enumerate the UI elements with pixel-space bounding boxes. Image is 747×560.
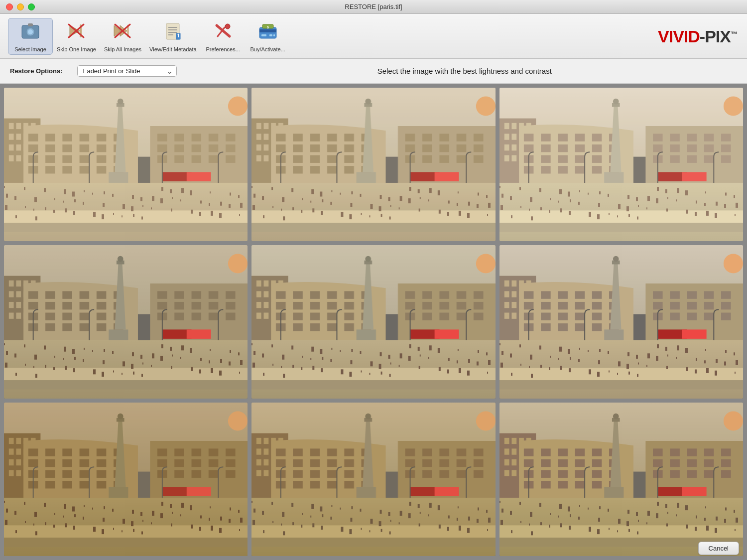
toolbar-item-preferences[interactable]: Preferences... <box>201 18 246 54</box>
svg-rect-24 <box>259 27 276 38</box>
toolbar-item-metadata[interactable]: View/Edit Metadata <box>145 18 201 54</box>
image-canvas-4 <box>4 245 248 399</box>
svg-text:$: $ <box>267 25 269 29</box>
image-cell-5[interactable] <box>251 245 495 399</box>
image-canvas-6 <box>499 245 743 399</box>
buy-label: Buy/Activate... <box>250 46 285 52</box>
svg-rect-3 <box>28 23 33 26</box>
svg-rect-28 <box>273 34 275 36</box>
image-cell-2[interactable] <box>251 88 495 241</box>
options-bar: Restore Options: Faded Print or Slide Da… <box>0 59 747 84</box>
window-title: RESTORE [paris.tif] <box>345 3 402 10</box>
restore-options-label: Restore Options: <box>10 67 62 75</box>
restore-options-select[interactable]: Faded Print or Slide Dark Print or Slide… <box>77 65 177 77</box>
image-cell-8[interactable] <box>251 403 495 556</box>
logo-vivid: VIVID <box>658 26 700 45</box>
toolbar: Select image Skip One Image Skip All Ima… <box>0 14 747 59</box>
svg-rect-27 <box>269 34 272 36</box>
vivid-pix-logo: VIVID-PIX™ <box>658 26 737 46</box>
image-cell-9[interactable] <box>499 403 743 556</box>
image-canvas-8 <box>251 403 495 556</box>
close-button[interactable] <box>6 3 13 10</box>
svg-rect-25 <box>259 29 276 32</box>
bottom-bar: Cancel <box>690 537 747 560</box>
preferences-label: Preferences... <box>206 46 240 52</box>
skip-one-label: Skip One Image <box>57 46 96 52</box>
traffic-lights <box>6 3 35 10</box>
image-canvas-7 <box>4 403 248 556</box>
image-canvas-9 <box>499 403 743 556</box>
instruction-text: Select the image with the best lightness… <box>377 67 552 75</box>
skip-one-icon <box>66 20 87 44</box>
main-content <box>0 84 747 560</box>
image-canvas-3 <box>499 88 743 241</box>
image-cell-7[interactable] <box>4 403 248 556</box>
toolbar-item-skip-all[interactable]: Skip All Images <box>100 18 145 54</box>
svg-point-2 <box>28 29 33 34</box>
restore-options-dropdown-wrapper: Faded Print or Slide Dark Print or Slide… <box>77 65 177 77</box>
logo-dash: - <box>700 26 705 45</box>
metadata-icon <box>162 20 183 44</box>
buy-icon: $ <box>257 20 278 44</box>
toolbar-item-buy[interactable]: $ Buy/Activate... <box>246 18 290 54</box>
maximize-button[interactable] <box>28 3 35 10</box>
image-cell-6[interactable] <box>499 245 743 399</box>
logo-tm: ™ <box>731 29 737 37</box>
select-image-icon <box>20 20 41 44</box>
svg-point-23 <box>225 24 230 29</box>
select-image-label: Select image <box>14 46 46 52</box>
svg-point-20 <box>178 33 179 35</box>
skip-all-label: Skip All Images <box>104 46 141 52</box>
skip-all-icon <box>112 20 133 44</box>
image-canvas-1 <box>4 88 248 241</box>
minimize-button[interactable] <box>17 3 24 10</box>
image-canvas-5 <box>251 245 495 399</box>
title-bar: RESTORE [paris.tif] <box>0 0 747 14</box>
image-cell-3[interactable] <box>499 88 743 241</box>
image-cell-4[interactable] <box>4 245 248 399</box>
image-cell-1[interactable] <box>4 88 248 241</box>
image-canvas-2 <box>251 88 495 241</box>
toolbar-item-select-image[interactable]: Select image <box>8 18 53 55</box>
logo-pix: PIX <box>705 26 731 45</box>
toolbar-item-skip-one[interactable]: Skip One Image <box>53 18 100 54</box>
metadata-label: View/Edit Metadata <box>149 46 197 52</box>
image-grid <box>0 84 747 560</box>
svg-rect-26 <box>261 34 266 36</box>
cancel-button[interactable]: Cancel <box>698 542 739 555</box>
preferences-icon <box>213 20 234 44</box>
